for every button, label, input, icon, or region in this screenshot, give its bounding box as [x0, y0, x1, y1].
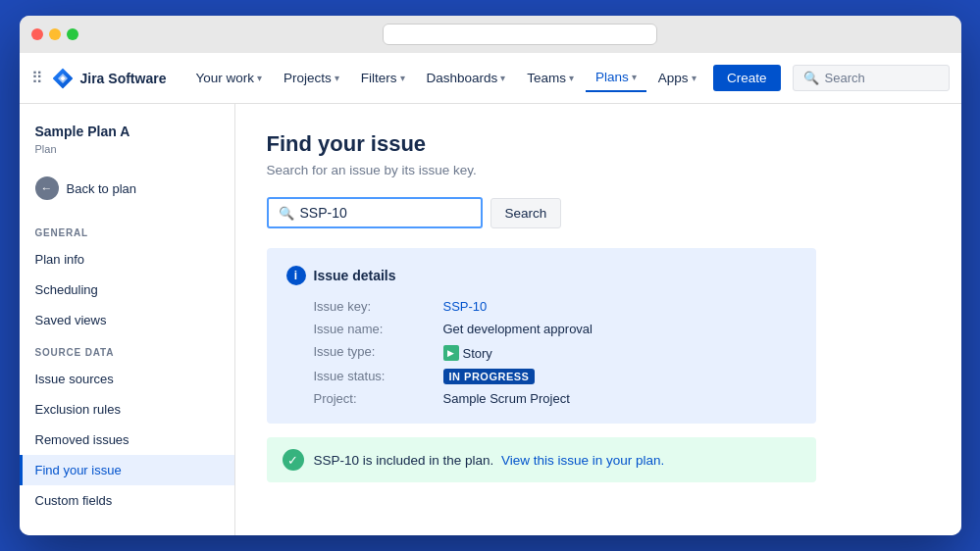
- success-text-prefix: SSP-10 is included in the plan.: [314, 453, 494, 468]
- sidebar-item-exclusion-rules[interactable]: Exclusion rules: [20, 394, 234, 425]
- content-area: Find your issue Search for an issue by i…: [235, 104, 961, 535]
- chevron-icon: ▾: [692, 73, 696, 83]
- search-button[interactable]: Search: [490, 198, 562, 228]
- sidebar-item-custom-fields[interactable]: Custom fields: [20, 485, 234, 516]
- close-button[interactable]: [31, 28, 43, 40]
- page-title: Find your issue: [267, 131, 930, 157]
- sidebar: Sample Plan A Plan ← Back to plan Genera…: [20, 104, 235, 535]
- source-section-label: Source data: [20, 335, 234, 364]
- back-label: Back to plan: [67, 181, 137, 196]
- issue-name-value: Get development approval: [443, 322, 797, 336]
- story-type-badge: ▶ Story: [443, 345, 492, 361]
- back-to-plan-button[interactable]: ← Back to plan: [20, 169, 234, 208]
- issue-key-input-wrapper[interactable]: 🔍: [267, 197, 483, 228]
- issue-key-value[interactable]: SSP-10: [443, 299, 797, 314]
- issue-name-label: Issue name:: [314, 322, 432, 336]
- plan-name: Sample Plan A: [20, 124, 234, 143]
- search-icon: 🔍: [803, 71, 819, 85]
- success-message: ✓ SSP-10 is included in the plan. View t…: [267, 437, 816, 482]
- project-label: Project:: [314, 391, 432, 406]
- project-value: Sample Scrum Project: [443, 391, 797, 406]
- nav-item-plans[interactable]: Plans ▾: [586, 64, 646, 92]
- chevron-icon: ▾: [335, 73, 339, 83]
- issue-details-card: i Issue details Issue key: SSP-10 Issue …: [267, 248, 816, 424]
- nav-item-teams[interactable]: Teams ▾: [517, 65, 584, 91]
- search-input-icon: 🔍: [279, 206, 294, 221]
- view-issue-link[interactable]: View this issue in your plan.: [501, 453, 664, 468]
- main-area: Sample Plan A Plan ← Back to plan Genera…: [20, 104, 961, 535]
- issue-card-header: i Issue details: [286, 266, 797, 285]
- back-arrow-icon: ←: [35, 176, 59, 200]
- sidebar-item-saved-views[interactable]: Saved views: [20, 305, 234, 335]
- maximize-button[interactable]: [67, 28, 78, 40]
- nav-logo[interactable]: Jira Software: [51, 67, 167, 90]
- issue-type-value: ▶ Story: [443, 344, 797, 361]
- general-section-label: General: [20, 216, 234, 244]
- chevron-icon: ▾: [257, 73, 262, 83]
- navbar: ⠿ Jira Software Your work ▾: [20, 53, 961, 104]
- nav-item-projects[interactable]: Projects ▾: [274, 65, 349, 91]
- nav-item-filters[interactable]: Filters ▾: [351, 65, 415, 91]
- create-button[interactable]: Create: [713, 65, 781, 91]
- url-bar[interactable]: [383, 24, 657, 45]
- nav-item-apps[interactable]: Apps ▾: [648, 65, 706, 91]
- sidebar-item-scheduling[interactable]: Scheduling: [20, 275, 234, 305]
- chevron-icon: ▾: [400, 73, 405, 83]
- status-badge: IN PROGRESS: [443, 369, 536, 384]
- search-bar[interactable]: 🔍 Search: [793, 65, 950, 91]
- check-icon: ✓: [283, 449, 304, 471]
- issue-status-label: Issue status:: [314, 369, 432, 383]
- sidebar-item-removed-issues[interactable]: Removed issues: [20, 425, 234, 455]
- issue-card-title: Issue details: [314, 268, 396, 283]
- plan-sub: Plan: [20, 143, 234, 169]
- titlebar: [20, 16, 961, 53]
- issue-table: Issue key: SSP-10 Issue name: Get develo…: [286, 299, 797, 406]
- chevron-icon: ▾: [500, 73, 505, 83]
- traffic-lights: [31, 28, 78, 40]
- minimize-button[interactable]: [49, 28, 61, 40]
- url-bar-container: [90, 24, 950, 45]
- sidebar-item-plan-info[interactable]: Plan info: [20, 244, 234, 275]
- sidebar-item-find-your-issue[interactable]: Find your issue: [20, 455, 234, 485]
- story-icon: ▶: [443, 345, 459, 361]
- grid-icon[interactable]: ⠿: [31, 69, 43, 87]
- search-row: 🔍 Search: [267, 197, 930, 228]
- nav-item-your-work[interactable]: Your work ▾: [185, 65, 272, 91]
- info-icon: i: [286, 266, 306, 285]
- page-subtitle: Search for an issue by its issue key.: [267, 163, 930, 177]
- logo-text: Jira Software: [80, 71, 167, 86]
- issue-key-label: Issue key:: [314, 299, 432, 314]
- nav-item-dashboards[interactable]: Dashboards ▾: [417, 65, 516, 91]
- issue-key-input[interactable]: [300, 205, 438, 221]
- chevron-icon: ▾: [632, 72, 637, 82]
- issue-type-label: Issue type:: [314, 344, 432, 361]
- success-text: SSP-10 is included in the plan. View thi…: [314, 453, 665, 468]
- search-placeholder: Search: [825, 71, 865, 85]
- app-window: ⠿ Jira Software Your work ▾: [20, 16, 961, 535]
- chevron-icon: ▾: [569, 73, 574, 83]
- nav-items: Your work ▾ Projects ▾ Filters ▾ Dashboa…: [185, 64, 709, 92]
- sidebar-item-issue-sources[interactable]: Issue sources: [20, 364, 234, 394]
- issue-status-value: IN PROGRESS: [443, 369, 797, 383]
- jira-logo-icon: [51, 67, 75, 90]
